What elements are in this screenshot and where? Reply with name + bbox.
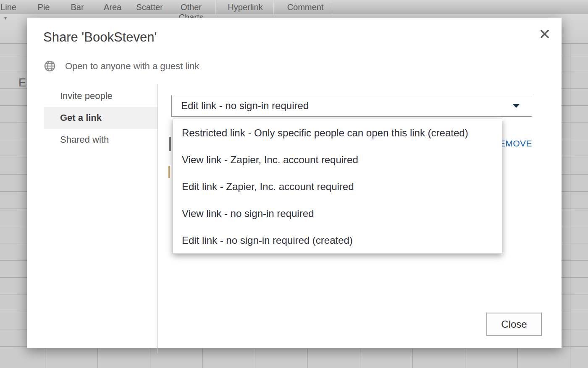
ribbon-separator xyxy=(332,0,332,14)
screen: Line Pie Bar Area Scatter Other Charts H… xyxy=(0,0,588,368)
ribbon-tab-hyperlink[interactable]: Hyperlink xyxy=(220,0,270,18)
ribbon-tab-other-charts[interactable]: Other Charts xyxy=(174,0,208,18)
ribbon-tab-line[interactable]: Line xyxy=(0,0,21,18)
close-button[interactable]: Close xyxy=(486,313,542,336)
option-view-link-account[interactable]: View link - Zapier, Inc. account require… xyxy=(173,146,502,173)
nav-item-invite-people[interactable]: Invite people xyxy=(44,85,158,107)
chart-ribbon: Line Pie Bar Area Scatter Other Charts H… xyxy=(0,0,588,18)
ribbon-tab-pie[interactable]: Pie xyxy=(31,0,56,18)
ribbon-tab-scatter[interactable]: Scatter xyxy=(129,0,171,18)
close-x-glyph xyxy=(540,29,550,39)
option-restricted-link[interactable]: Restricted link - Only specific people c… xyxy=(173,120,502,146)
nav-divider xyxy=(158,84,158,353)
nav-item-shared-with[interactable]: Shared with xyxy=(44,129,158,151)
ribbon-separator xyxy=(215,0,216,14)
link-permission-value: Edit link - no sign-in required xyxy=(181,100,309,112)
ribbon-tab-bar[interactable]: Bar xyxy=(64,0,91,18)
share-dialog: Share 'BookSteven' Open to anyone with a… xyxy=(27,18,562,348)
ribbon-tab-area[interactable]: Area xyxy=(96,0,129,18)
obscured-widget-fragment xyxy=(168,166,170,178)
ribbon-separator xyxy=(273,0,274,14)
option-view-link-no-signin[interactable]: View link - no sign-in required xyxy=(173,200,502,227)
close-icon[interactable] xyxy=(538,28,551,40)
spreadsheet-cell-value: E xyxy=(18,76,26,89)
share-dialog-nav: Invite people Get a link Shared with xyxy=(44,85,158,151)
chevron-down-icon[interactable]: ▾ xyxy=(4,15,7,21)
select-caret-icon xyxy=(513,104,520,108)
globe-icon xyxy=(44,60,55,72)
dialog-title: Share 'BookSteven' xyxy=(43,30,157,45)
guest-link-status: Open to anyone with a guest link xyxy=(44,60,199,72)
guest-link-note: Open to anyone with a guest link xyxy=(65,61,199,72)
link-permission-dropdown: Restricted link - Only specific people c… xyxy=(173,119,502,254)
option-edit-link-no-signin[interactable]: Edit link - no sign-in required (created… xyxy=(173,227,502,254)
nav-item-get-a-link[interactable]: Get a link xyxy=(44,107,158,129)
link-permission-select[interactable]: Edit link - no sign-in required xyxy=(171,95,532,117)
obscured-textbox-fragment xyxy=(169,137,171,151)
ribbon-tab-comment[interactable]: Comment xyxy=(278,0,333,18)
option-edit-link-account[interactable]: Edit link - Zapier, Inc. account require… xyxy=(173,173,502,200)
